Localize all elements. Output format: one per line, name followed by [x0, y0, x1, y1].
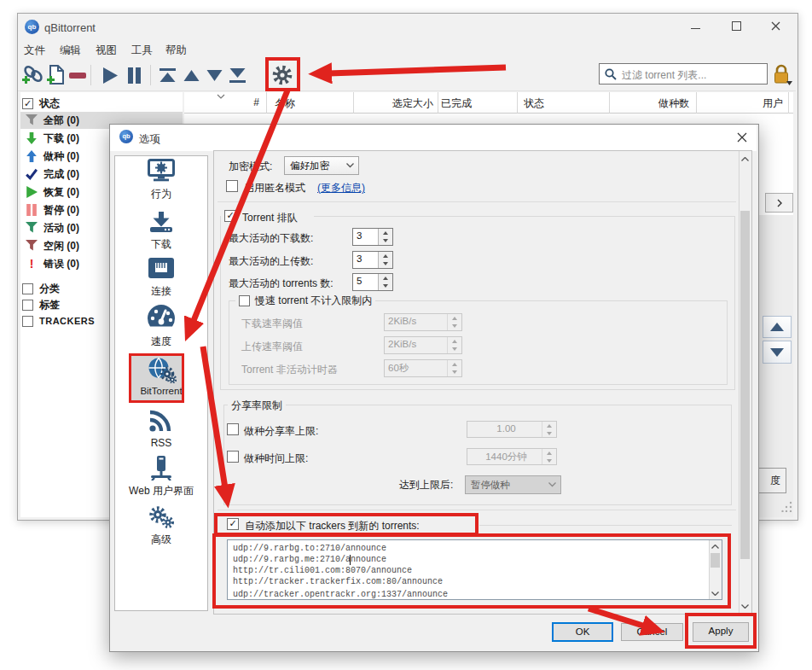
menu-file[interactable]: 文件 [24, 44, 45, 58]
ratio-checkbox[interactable] [227, 423, 239, 435]
ok-button[interactable]: OK [552, 622, 613, 642]
options-button[interactable] [270, 63, 294, 90]
menu-view[interactable]: 视图 [96, 44, 117, 58]
scroll-right-button[interactable] [765, 193, 793, 213]
textarea-scroll-up-icon[interactable] [709, 541, 722, 551]
queueing-groupbox-bottom [220, 389, 735, 390]
priority-down-button[interactable] [763, 341, 792, 364]
textarea-scrollbar-thumb[interactable] [710, 553, 720, 568]
scrollbar-up-icon[interactable] [739, 153, 751, 165]
col-sep [609, 92, 610, 114]
spin-down-icon[interactable] [379, 237, 392, 246]
status-checkbox[interactable]: ✓ [22, 98, 33, 109]
nav-item-webui[interactable]: Web 用户界面 [117, 456, 206, 500]
col-done[interactable]: 已完成 [441, 96, 472, 111]
search-input[interactable]: 过滤 torrent 列表... [599, 63, 768, 84]
resize-grip-icon[interactable] [781, 500, 793, 512]
slow-ul-label: 上传速率阈值 [241, 340, 303, 354]
move-bottom-button[interactable] [229, 67, 246, 87]
nav-item-connection[interactable]: 连接 [117, 257, 206, 301]
delete-icon [69, 73, 86, 79]
add-torrent-button[interactable] [46, 64, 67, 90]
col-number[interactable]: # [230, 96, 259, 108]
maximize-button[interactable] [723, 19, 749, 36]
lock-button[interactable] [772, 64, 791, 89]
col-name[interactable]: 名称 [275, 96, 295, 111]
arrow-up-blue-icon [26, 150, 38, 162]
anonymous-more-info-link[interactable]: (更多信息) [317, 181, 365, 195]
speed-button-partial[interactable]: 度 [756, 468, 786, 493]
trackers-checkbox[interactable] [22, 316, 33, 327]
move-top-button[interactable] [159, 67, 177, 87]
auto-trackers-checkbox[interactable]: ✓ [227, 518, 239, 530]
encryption-label: 加密模式: [229, 160, 272, 174]
trackers-textarea[interactable]: udp://9.rarbg.to:2710/announce udp://9.r… [227, 539, 722, 600]
delete-button[interactable] [69, 73, 86, 79]
move-up-button[interactable] [183, 70, 200, 85]
pause-icon [126, 67, 142, 84]
menu-tools[interactable]: 工具 [131, 44, 153, 58]
nav-item-bittorrent[interactable]: BitTorrent [117, 357, 206, 401]
slow-dl-label: 下载速率阈值 [241, 317, 303, 331]
max-downloads-spinbox[interactable]: 3 [352, 228, 393, 246]
header-chevron-icon [217, 94, 225, 99]
col-user[interactable]: 用户 [716, 96, 783, 111]
chevron-down-icon [346, 163, 354, 168]
nav-item-speed[interactable]: 速度 [117, 303, 206, 352]
queueing-checkbox[interactable]: ✓ [224, 210, 236, 222]
max-downloads-label: 最大活动的下载数: [229, 231, 313, 246]
status-header[interactable]: ✓ 状态 [20, 95, 183, 112]
col-size[interactable]: 选定大小 [358, 96, 433, 111]
seed-time-checkbox[interactable] [227, 451, 239, 463]
status-label: 状态 [39, 96, 60, 111]
slow-inactive-field: 60秒 [384, 359, 462, 377]
funnel-green-icon [26, 222, 38, 234]
apply-button[interactable]: Apply [693, 622, 749, 642]
section-separator [218, 510, 736, 510]
queueing-groupbox-left [220, 216, 221, 389]
check-icon [26, 168, 38, 180]
trackers-groupbox-line [479, 525, 732, 526]
nav-item-behavior[interactable]: 行为 [117, 159, 206, 205]
tags-checkbox[interactable] [22, 300, 33, 311]
nav-item-rss[interactable]: RSS [117, 410, 206, 454]
cancel-button[interactable]: Cancel [621, 623, 683, 641]
dialog-title: 选项 [139, 132, 160, 147]
move-down-button[interactable] [206, 70, 223, 85]
pause-button[interactable] [126, 67, 142, 88]
textarea-scroll-down-icon[interactable] [709, 588, 722, 598]
anonymous-checkbox[interactable] [226, 180, 238, 192]
app-logo: qb [25, 20, 39, 34]
error-icon: ! [26, 257, 38, 271]
col-seeds[interactable]: 做种数 [623, 96, 689, 111]
move-up-icon [183, 70, 200, 82]
spin-down-icon[interactable] [379, 260, 392, 269]
menu-help[interactable]: 帮助 [165, 44, 187, 58]
max-uploads-spinbox[interactable]: 3 [352, 251, 393, 269]
spin-down-icon[interactable] [379, 283, 392, 291]
dialog-close-button[interactable] [732, 128, 752, 147]
resume-button[interactable] [101, 67, 119, 88]
spin-up-icon[interactable] [379, 229, 392, 237]
seed-time-label: 做种时间上限: [244, 452, 308, 466]
encryption-select[interactable]: 偏好加密 [284, 156, 359, 175]
close-button[interactable] [763, 19, 788, 36]
categories-checkbox[interactable] [22, 283, 33, 294]
spin-up-icon[interactable] [379, 252, 392, 260]
nav-item-advanced[interactable]: 高级 [117, 505, 206, 551]
nav-item-downloads[interactable]: 下载 [117, 212, 206, 254]
slow-torrents-checkbox[interactable] [239, 295, 250, 306]
funnel-gray-icon [26, 114, 38, 126]
max-torrents-spinbox[interactable]: 5 [352, 273, 393, 291]
menu-edit[interactable]: 编辑 [60, 44, 81, 58]
minimize-button[interactable] [682, 19, 708, 36]
gear-icon [270, 63, 294, 87]
spin-up-icon[interactable] [379, 274, 392, 283]
col-status[interactable]: 状态 [524, 96, 544, 111]
dialog-scrollbar-thumb[interactable] [740, 211, 750, 559]
priority-up-button[interactable] [763, 316, 792, 338]
add-link-button[interactable] [20, 64, 44, 90]
slow-torrents-header[interactable]: 慢速 torrent 不计入限制内 [235, 294, 375, 308]
seed-time-field: 1440分钟 [467, 448, 557, 465]
scrollbar-down-icon[interactable] [739, 600, 751, 612]
